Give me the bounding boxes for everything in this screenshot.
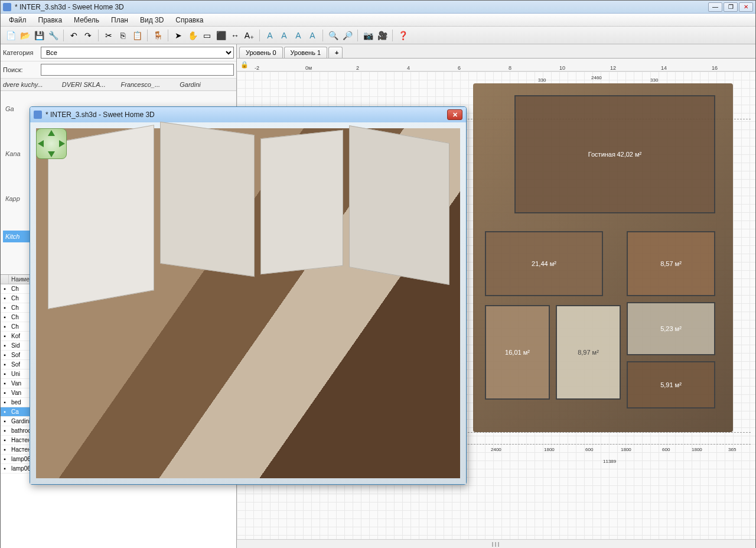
room: 8,57 м² — [627, 231, 715, 296]
category-row: Категория Все — [1, 44, 236, 61]
titlebar: * INTER_3.sh3d - Sweet Home 3D — ❐ ✕ — [1, 1, 755, 14]
furniture-item-icon: ▪ — [1, 286, 9, 292]
cut-icon[interactable]: ✂ — [102, 29, 115, 42]
furniture-item-icon: ▪ — [1, 399, 9, 406]
maximize-button[interactable]: ❐ — [724, 2, 738, 12]
text-big-icon[interactable]: A — [292, 29, 305, 42]
room-icon[interactable]: ⬛ — [214, 29, 227, 42]
level-tab-1[interactable]: Уровень 1 — [284, 47, 328, 58]
room: 8,97 м² — [556, 305, 621, 400]
dim-label: 1800 — [692, 447, 702, 452]
furniture-item-icon: ▪ — [1, 323, 9, 330]
detached-3d-window[interactable]: * INTER_3.sh3d - Sweet Home 3D ✕ — [30, 106, 467, 485]
scroll-handle-icon[interactable]: III — [491, 541, 500, 548]
new-icon[interactable]: 📄 — [4, 29, 17, 42]
save-icon[interactable]: 💾 — [32, 29, 45, 42]
catalog-header[interactable]: Francesco_... — [119, 80, 178, 89]
room-area: 5,23 м² — [660, 325, 682, 332]
select-icon[interactable]: ➤ — [172, 29, 185, 42]
furniture-item-icon: ▪ — [1, 465, 9, 472]
room-area: 8,97 м² — [578, 349, 599, 356]
ruler-tick: 14 — [661, 65, 667, 71]
prefs-icon[interactable]: 🔧 — [47, 29, 60, 42]
room-living: Гостиная 42,02 м² — [514, 95, 715, 213]
dim-label: 330 — [538, 77, 546, 83]
undo-icon[interactable]: ↶ — [67, 29, 80, 42]
copy-icon[interactable]: ⎘ — [116, 29, 129, 42]
detached-close-button[interactable]: ✕ — [447, 109, 462, 120]
furniture-item-icon: ▪ — [1, 427, 9, 434]
video-icon[interactable]: 🎥 — [376, 29, 389, 42]
arrow-right-icon[interactable] — [59, 140, 65, 147]
dim-label: 1800 — [621, 447, 631, 452]
menu-file[interactable]: Файл — [3, 14, 32, 26]
view-3d[interactable] — [30, 122, 466, 484]
category-select[interactable]: Все — [41, 47, 234, 59]
level-tab-0[interactable]: Уровень 0 — [239, 47, 283, 58]
room-area: 8,57 м² — [660, 260, 682, 267]
furniture-item-icon: ▪ — [1, 304, 9, 311]
room-area: 16,01 м² — [505, 349, 530, 356]
app-icon — [3, 3, 11, 11]
text-small-icon[interactable]: A — [263, 29, 276, 42]
close-button[interactable]: ✕ — [739, 2, 753, 12]
zoom-out-icon[interactable]: 🔎 — [341, 29, 354, 42]
redo-icon[interactable]: ↷ — [82, 29, 94, 42]
separator — [322, 30, 323, 41]
detached-titlebar[interactable]: * INTER_3.sh3d - Sweet Home 3D ✕ — [30, 107, 466, 122]
open-icon[interactable]: 📂 — [18, 29, 31, 42]
dim-label: 330 — [650, 77, 658, 83]
catalog-header[interactable]: DVERI SKLA... — [60, 80, 119, 89]
level-tab-add[interactable]: + — [328, 47, 343, 58]
detached-title: * INTER_3.sh3d - Sweet Home 3D — [45, 111, 447, 119]
room-area: 21,44 м² — [532, 260, 556, 267]
furniture-item-icon: ▪ — [1, 361, 9, 368]
minimize-button[interactable]: — — [708, 2, 722, 12]
floorplan[interactable]: Гостиная 42,02 м² 21,44 м² 8,57 м² 5,23 … — [473, 83, 733, 432]
search-input[interactable] — [41, 64, 234, 76]
plan-scrollbar[interactable]: III — [237, 539, 755, 548]
level-tabs: Уровень 0 Уровень 1 + — [237, 44, 755, 59]
room: 16,01 м² — [485, 305, 550, 400]
menu-help[interactable]: Справка — [170, 14, 209, 26]
furniture-item-icon: ▪ — [1, 333, 9, 339]
room-label: Гостиная — [588, 151, 615, 158]
separator — [168, 30, 168, 41]
furniture-item-icon: ▪ — [1, 314, 9, 320]
zoom-in-icon[interactable]: 🔍 — [327, 29, 340, 42]
help-icon[interactable]: ❓ — [396, 29, 409, 42]
menu-edit[interactable]: Правка — [32, 14, 69, 26]
text-huge-icon[interactable]: A — [306, 29, 319, 42]
text-icon[interactable]: A₊ — [243, 29, 256, 42]
catalog-header[interactable]: Gardini — [177, 80, 236, 89]
ruler-tick: 16 — [712, 65, 718, 71]
add-furniture-icon[interactable]: 🪑 — [151, 29, 164, 42]
dimension-icon[interactable]: ↔ — [229, 29, 242, 42]
menu-3dview[interactable]: Вид 3D — [134, 14, 170, 26]
furniture-item-icon: ▪ — [1, 437, 9, 443]
menu-furniture[interactable]: Мебель — [68, 14, 105, 26]
arrow-down-icon[interactable] — [48, 151, 55, 157]
ruler-tick: 10 — [559, 65, 565, 71]
text-med-icon[interactable]: A — [278, 29, 291, 42]
furniture-item-icon: ▪ — [1, 342, 9, 349]
dim-label: 2400 — [491, 447, 501, 452]
dim-label: 365 — [728, 447, 736, 452]
ruler-tick: 2 — [356, 65, 359, 71]
catalog-header[interactable]: dvere kuchy... — [1, 80, 60, 89]
furniture-item-icon: ▪ — [1, 380, 9, 387]
menubar: Файл Правка Мебель План Вид 3D Справка — [1, 14, 755, 27]
wall-icon[interactable]: ▭ — [200, 29, 213, 42]
camera-icon[interactable]: 📷 — [361, 29, 374, 42]
search-label: Поиск: — [3, 66, 38, 73]
lock-icon[interactable]: 🔒 — [239, 60, 250, 70]
window-title: * INTER_3.sh3d - Sweet Home 3D — [15, 3, 708, 11]
nav-compass[interactable] — [36, 128, 67, 159]
arrow-up-icon[interactable] — [48, 130, 55, 136]
paste-icon[interactable]: 📋 — [131, 29, 144, 42]
furniture-col-icon[interactable] — [1, 275, 9, 284]
arrow-left-icon[interactable] — [38, 140, 44, 147]
furniture-item-icon: ▪ — [1, 352, 9, 358]
pan-icon[interactable]: ✋ — [186, 29, 199, 42]
menu-plan[interactable]: План — [105, 14, 134, 26]
